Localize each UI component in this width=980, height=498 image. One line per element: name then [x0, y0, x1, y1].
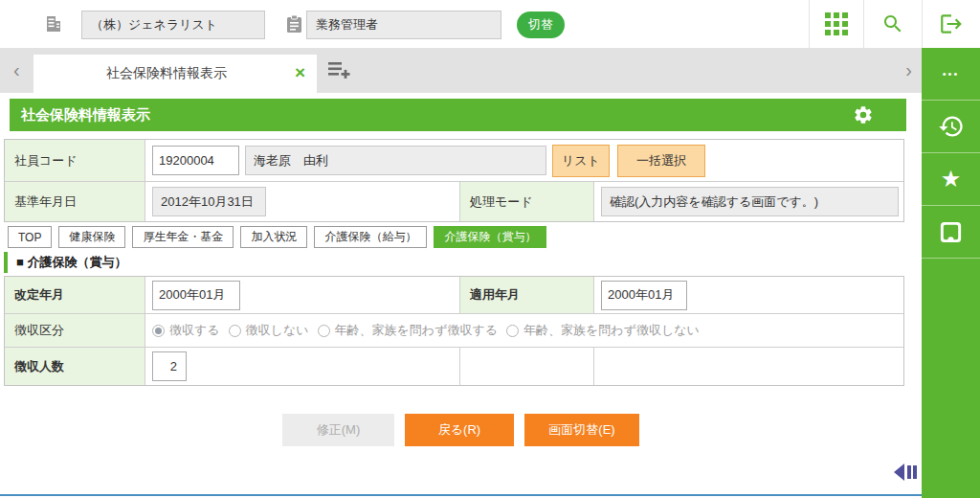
radio-icon — [318, 325, 330, 337]
gear-icon[interactable] — [853, 104, 874, 125]
sidebar-favorites-button[interactable]: ★ — [922, 153, 980, 206]
top-header: （株）ジェネラリスト 業務管理者 切替 — [0, 0, 980, 48]
tab-kaigo-kyuyo[interactable]: 介護保険（給与） — [314, 226, 427, 248]
apps-grid-button[interactable] — [809, 0, 863, 48]
radio-label: 徴収しない — [246, 322, 309, 339]
tab-kaigo-shoyo[interactable]: 介護保険（賞与） — [434, 226, 546, 248]
radio-icon — [506, 325, 519, 337]
screen-switch-button[interactable]: 画面切替(E) — [524, 414, 639, 446]
logout-button[interactable] — [922, 0, 980, 48]
tab-scroll-right-button[interactable]: › — [905, 58, 912, 81]
star-icon: ★ — [941, 168, 962, 191]
tab-scroll-left-button[interactable]: ‹ — [13, 58, 20, 81]
footer-button-row: 修正(M) 戻る(R) 画面切替(E) — [282, 414, 639, 446]
base-date-display: 2012年10月31日 — [152, 187, 266, 216]
right-sidebar: ••• ★ — [922, 48, 980, 498]
sidebar-history-button[interactable] — [922, 101, 980, 153]
base-date-label: 基準年月日 — [5, 182, 145, 221]
back-button[interactable]: 戻る(R) — [405, 414, 514, 446]
kaigo-hoken-table: 改定年月 適用年月 徴収区分 徴収する 徴収しない 年齢、家族を問わず徴収 — [4, 276, 904, 386]
page-title: 社会保険料情報表示 — [21, 106, 150, 124]
revision-month-cell — [145, 277, 460, 314]
employee-code-label: 社員コード — [5, 140, 145, 182]
clipboard-icon — [286, 14, 302, 34]
employee-name-display: 海老原 由利 — [245, 146, 546, 175]
radio-option-collect: 徴収する — [152, 322, 220, 339]
add-tab-button[interactable] — [328, 61, 351, 83]
process-mode-label: 処理モード — [460, 182, 594, 221]
main-content: 社会保険料情報表示 社員コード 海老原 由利 リスト 一括選択 基準年月日 20… — [0, 93, 922, 498]
empty-cell — [594, 348, 903, 385]
tab-kosei-nenkin[interactable]: 厚生年金・基金 — [132, 226, 234, 248]
radio-option-collect-all: 年齢、家族を問わず徴収する — [318, 322, 499, 339]
base-date-cell: 2012年10月31日 — [145, 182, 460, 221]
collect-count-label: 徴収人数 — [5, 348, 145, 385]
apply-month-cell — [594, 277, 903, 314]
bulk-select-button[interactable]: 一括選択 — [617, 145, 705, 177]
revision-month-input[interactable] — [152, 281, 240, 310]
collapse-left-arrow-icon — [892, 463, 922, 482]
radio-icon — [152, 325, 165, 337]
radio-option-no-collect-all: 年齢、家族を問わず徴収しない — [506, 322, 700, 339]
header-icon-group — [809, 0, 980, 48]
collect-count-cell — [145, 348, 460, 385]
category-tabs: TOP 健康保険 厚生年金・基金 加入状況 介護保険（給与） 介護保険（賞与） — [8, 226, 546, 248]
history-icon — [938, 113, 965, 140]
collapse-panel-button[interactable] — [892, 463, 922, 486]
tab-close-icon[interactable]: × — [295, 62, 305, 83]
tab-label: 社会保険料情報表示 — [106, 65, 244, 82]
radio-icon — [229, 325, 241, 337]
apps-grid-icon — [825, 12, 848, 35]
radio-option-no-collect: 徴収しない — [229, 322, 309, 339]
tab-top[interactable]: TOP — [8, 226, 52, 248]
memo-tray-icon — [938, 219, 964, 245]
radio-label: 年齢、家族を問わず徴収する — [335, 322, 499, 339]
building-icon — [44, 14, 63, 34]
tab-shakaihokenryo[interactable]: 社会保険料情報表示 × — [33, 55, 317, 93]
collect-count-input[interactable] — [152, 351, 187, 381]
revision-month-label: 改定年月 — [5, 277, 145, 314]
ellipsis-icon: ••• — [943, 68, 960, 79]
collect-kubun-label: 徴収区分 — [5, 314, 145, 348]
bottom-window-border — [0, 494, 922, 496]
search-icon — [881, 12, 904, 35]
company-field[interactable]: （株）ジェネラリスト — [81, 11, 265, 39]
process-mode-display: 確認(入力内容を確認する画面です。) — [601, 187, 899, 216]
page-title-bar: 社会保険料情報表示 — [10, 99, 906, 131]
collect-kubun-cell: 徴収する 徴収しない 年齢、家族を問わず徴収する 年齢、家族を問わず徴収しない — [145, 314, 903, 348]
collect-kubun-radio-group: 徴収する 徴収しない 年齢、家族を問わず徴収する 年齢、家族を問わず徴収しない — [152, 322, 700, 339]
process-mode-cell: 確認(入力内容を確認する画面です。) — [594, 182, 903, 221]
sidebar-more-button[interactable]: ••• — [922, 48, 980, 101]
sidebar-memo-button[interactable] — [922, 206, 980, 259]
role-field[interactable]: 業務管理者 — [306, 11, 501, 39]
empty-cell — [460, 348, 594, 385]
radio-label: 年齢、家族を問わず徴収しない — [523, 322, 700, 339]
tab-bar: ‹ 社会保険料情報表示 × › — [0, 48, 922, 93]
tab-kanyu-jokyo[interactable]: 加入状況 — [240, 226, 307, 248]
search-button[interactable] — [863, 0, 922, 48]
tab-kenko-hoken[interactable]: 健康保険 — [58, 226, 125, 248]
add-tab-icon — [328, 61, 351, 79]
modify-button: 修正(M) — [282, 414, 394, 446]
employee-code-cell: 海老原 由利 リスト 一括選択 — [145, 140, 903, 182]
list-button[interactable]: リスト — [552, 145, 610, 177]
employee-info-table: 社員コード 海老原 由利 リスト 一括選択 基準年月日 2012年10月31日 … — [4, 139, 904, 222]
apply-month-input[interactable] — [601, 281, 687, 310]
switch-button[interactable]: 切替 — [517, 11, 565, 38]
section-heading: ■ 介護保険（賞与） — [4, 252, 126, 273]
radio-label: 徴収する — [169, 322, 220, 339]
employee-code-input[interactable] — [152, 146, 239, 175]
apply-month-label: 適用年月 — [460, 277, 594, 314]
logout-icon — [939, 11, 964, 36]
